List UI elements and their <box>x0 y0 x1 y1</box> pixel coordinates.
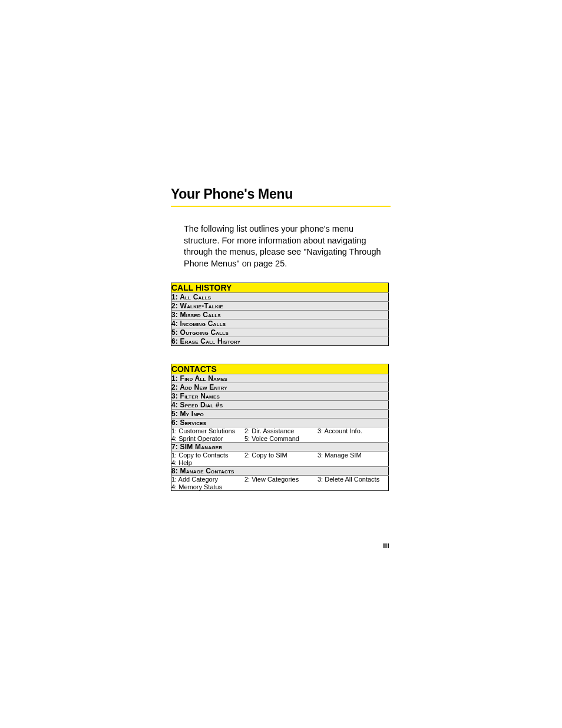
sub-item: 2: Dir. Assistance <box>244 427 315 434</box>
page-number: iii <box>383 541 389 550</box>
sub-item <box>318 435 388 442</box>
menu-item: 1: All Calls <box>171 293 389 302</box>
menu-item: 2: Add New Entry <box>171 383 389 392</box>
sub-item: 1: Copy to Contacts <box>171 452 242 459</box>
menu-item: 2: Walkie-Talkie <box>171 302 389 311</box>
page-title: Your Phone's Menu <box>171 186 392 202</box>
menu-item: 8: Manage Contacts <box>171 467 389 476</box>
sub-item: 3: Delete All Contacts <box>318 476 388 483</box>
sub-item: 4: Help <box>171 459 242 466</box>
sub-items-sim-manager: 1: Copy to Contacts 2: Copy to SIM 3: Ma… <box>171 452 389 467</box>
menu-item: 3: Missed Calls <box>171 311 389 319</box>
sub-item: 4: Sprint Operator <box>171 435 242 442</box>
sub-item: 3: Account Info. <box>318 427 388 434</box>
sub-item: 5: Voice Command <box>244 435 315 442</box>
title-underline <box>171 206 391 207</box>
section-header-call-history: CALL HISTORY <box>171 283 389 293</box>
menu-item: 6: Erase Call History <box>171 337 389 346</box>
menu-item: 5: My Info <box>171 410 389 419</box>
menu-item: 7: SIM Manager <box>171 443 389 452</box>
sub-items-services: 1: Customer Solutions 2: Dir. Assistance… <box>171 427 389 443</box>
sub-item <box>244 483 315 490</box>
sub-item: 2: Copy to SIM <box>244 452 315 459</box>
sub-item: 3: Manage SIM <box>318 452 388 459</box>
menu-item: 4: Incoming Calls <box>171 319 389 328</box>
sub-item: 1: Add Category <box>171 476 242 483</box>
sub-item: 4: Memory Status <box>171 483 242 490</box>
sub-items-manage-contacts: 1: Add Category 2: View Categories 3: De… <box>171 476 389 491</box>
content-area: Your Phone's Menu The following list out… <box>171 186 392 509</box>
page: Your Phone's Menu The following list out… <box>0 0 562 728</box>
sub-item: 2: View Categories <box>244 476 315 483</box>
section-header-contacts: CONTACTS <box>171 364 389 374</box>
sub-item <box>318 459 388 466</box>
sub-item <box>318 483 388 490</box>
menu-item: 4: Speed Dial #s <box>171 401 389 410</box>
intro-paragraph: The following list outlines your phone's… <box>184 223 390 269</box>
menu-table-contacts: CONTACTS 1: Find All Names 2: Add New En… <box>171 364 389 491</box>
menu-item: 1: Find All Names <box>171 374 389 383</box>
menu-item: 6: Services <box>171 419 389 427</box>
sub-item: 1: Customer Solutions <box>171 427 242 434</box>
menu-item: 5: Outgoing Calls <box>171 328 389 337</box>
menu-item: 3: Filter Names <box>171 392 389 401</box>
sub-item <box>244 459 315 466</box>
menu-table-call-history: CALL HISTORY 1: All Calls 2: Walkie-Talk… <box>171 282 389 346</box>
